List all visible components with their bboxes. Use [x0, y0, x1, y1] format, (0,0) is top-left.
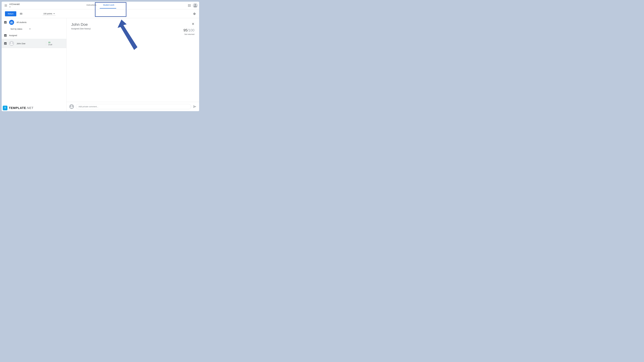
caret-down-icon	[29, 29, 31, 29]
close-icon[interactable]: ✕	[184, 22, 194, 26]
app-window: 4-Emerald 3 Instructions Student work Re…	[2, 2, 199, 111]
content-area: All students Sort by status Assigned Joh…	[2, 18, 199, 111]
grade-display[interactable]: 95/100	[184, 28, 194, 32]
detail-right: ✕ 95/100 Not returned	[184, 22, 194, 35]
student-row[interactable]: John Doe 95 Draft	[2, 39, 66, 48]
class-title-block[interactable]: 4-Emerald 3	[10, 3, 20, 8]
caret-down-icon	[54, 13, 55, 14]
points-label: 100 points	[43, 12, 52, 15]
all-students-label: All students	[16, 21, 26, 23]
not-returned-label: Not returned	[184, 33, 194, 35]
top-tabs: Instructions Student work	[86, 2, 115, 9]
account-avatar[interactable]	[193, 3, 198, 8]
detail-header: John Doe Assigned (See history) ✕ 95/100…	[66, 18, 199, 37]
assigned-section-row: Assigned	[2, 32, 66, 39]
points-select[interactable]: 100 points	[42, 12, 56, 15]
all-students-row[interactable]: All students	[2, 18, 66, 26]
main-panel: John Doe Assigned (See history) ✕ 95/100…	[66, 18, 199, 111]
apps-icon[interactable]	[188, 4, 190, 7]
tab-instructions[interactable]: Instructions	[86, 4, 97, 6]
student-avatar	[9, 41, 14, 46]
class-name: 4-Emerald	[10, 3, 20, 5]
sort-dropdown[interactable]: Sort by status	[2, 26, 66, 32]
comment-bar: Add private comment...	[66, 102, 199, 111]
tab-student-work[interactable]: Student work	[102, 4, 115, 6]
sort-label: Sort by status	[10, 28, 22, 30]
comment-input[interactable]: Add private comment...	[76, 104, 191, 109]
student-grade-status: Draft	[48, 43, 64, 46]
gear-icon[interactable]	[193, 12, 196, 15]
assigned-label: Assigned	[9, 34, 17, 36]
send-icon[interactable]	[193, 105, 196, 108]
toolbar: Return 100 points	[2, 9, 199, 18]
detail-left: John Doe Assigned (See history)	[71, 22, 91, 30]
all-students-checkbox[interactable]	[4, 21, 6, 23]
class-section: 3	[10, 6, 20, 8]
grade-max: /100	[188, 28, 194, 32]
student-grade-cell: 95 Draft	[46, 41, 64, 46]
student-grade: 95	[48, 41, 64, 43]
sidebar: All students Sort by status Assigned Joh…	[2, 18, 66, 111]
menu-button[interactable]	[3, 3, 8, 8]
comment-placeholder-text: Add private comment...	[78, 105, 98, 108]
mail-icon[interactable]	[20, 12, 23, 15]
watermark-bold: TEMPLATE	[9, 106, 26, 110]
watermark-text: TEMPLATE.NET	[9, 106, 34, 110]
detail-student-name: John Doe	[71, 22, 91, 27]
detail-status[interactable]: Assigned (See history)	[71, 27, 91, 30]
assigned-checkbox[interactable]	[4, 34, 6, 37]
watermark-badge: T	[3, 106, 8, 110]
comment-avatar	[69, 104, 74, 109]
watermark: T TEMPLATE.NET	[3, 106, 34, 110]
topbar-right	[188, 3, 198, 8]
student-checkbox[interactable]	[4, 42, 6, 45]
hamburger-icon	[4, 4, 7, 6]
grade-value: 95	[184, 28, 188, 32]
all-students-icon	[9, 20, 14, 25]
return-button[interactable]: Return	[5, 11, 16, 16]
watermark-light: .NET	[26, 106, 34, 110]
person-icon	[194, 4, 197, 7]
topbar: 4-Emerald 3 Instructions Student work	[2, 2, 199, 9]
student-name: John Doe	[16, 42, 44, 45]
